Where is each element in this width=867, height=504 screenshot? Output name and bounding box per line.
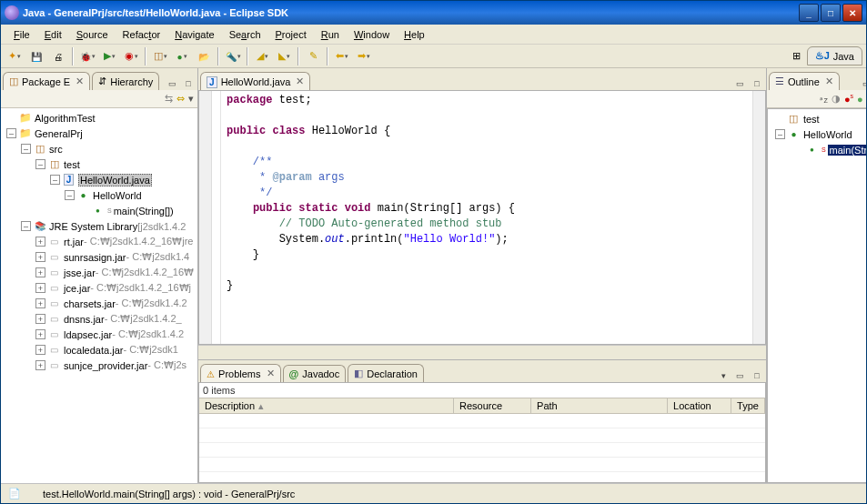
project-algorithmtest[interactable]: AlgorithmTest [35, 113, 96, 124]
tab-problems[interactable]: Problems ✕ [200, 364, 280, 382]
expand-icon[interactable]: – [21, 144, 31, 154]
forward-button[interactable]: ▾ [354, 46, 374, 66]
col-description[interactable]: Description ▴ [199, 398, 454, 413]
expand-icon[interactable]: – [6, 128, 16, 138]
menu-edit[interactable]: Edit [37, 27, 69, 42]
problems-table-body[interactable] [199, 414, 765, 482]
tab-package-explorer[interactable]: Package E ✕ [3, 72, 90, 90]
open-perspective-button[interactable]: ⊞ [787, 46, 807, 66]
jar-rt[interactable]: rt.jar [64, 237, 84, 247]
code-content[interactable]: package test; public class HelloWorld { … [221, 91, 752, 344]
jar-jsse[interactable]: jsse.jar [64, 267, 96, 278]
open-type-button[interactable] [194, 46, 214, 66]
jre-library[interactable]: JRE System Library [49, 221, 137, 232]
new-class-button[interactable]: ▾ [172, 46, 192, 66]
minimize-view-button[interactable]: ▭ [165, 77, 179, 90]
menu-refactor[interactable]: Refactor [116, 27, 168, 42]
expand-icon[interactable]: – [35, 159, 45, 169]
last-edit-button[interactable]: ✎ [303, 46, 323, 66]
menu-source[interactable]: Source [69, 27, 116, 42]
print-button[interactable] [48, 46, 68, 66]
expand-icon[interactable]: + [35, 252, 45, 262]
tab-javadoc[interactable]: Javadoc [283, 365, 347, 382]
outline-method-main[interactable]: main(String[]) [828, 145, 866, 156]
collapse-button[interactable]: ⇆ [165, 93, 173, 105]
menu-file[interactable]: File [6, 27, 37, 42]
expand-icon[interactable]: + [35, 345, 45, 355]
editor-gutter[interactable] [199, 91, 212, 344]
external-button[interactable]: ◉▾ [121, 46, 141, 66]
expand-icon[interactable]: + [35, 298, 45, 308]
link-button[interactable]: ⇔ [176, 93, 185, 105]
outline-tree[interactable]: test –HelloWorld Smain(String[]) [767, 108, 866, 483]
method-main[interactable]: main(String[]) [114, 206, 174, 217]
annotation-next-button[interactable]: ◣▾ [274, 46, 294, 66]
src-folder[interactable]: src [49, 144, 63, 155]
back-button[interactable]: ▾ [332, 46, 352, 66]
expand-icon[interactable]: – [775, 129, 785, 139]
file-helloworld[interactable]: HelloWorld.java [78, 174, 152, 186]
col-resource[interactable]: Resource [454, 398, 531, 413]
view-menu-button[interactable]: ▾ [717, 369, 731, 382]
maximize-button[interactable]: □ [821, 4, 841, 22]
maximize-editor-button[interactable]: □ [750, 77, 764, 90]
expand-icon[interactable]: + [35, 267, 45, 277]
minimize-view-button[interactable]: ▭ [733, 369, 748, 382]
folding-ruler[interactable] [212, 91, 221, 344]
close-icon[interactable]: ✕ [76, 76, 84, 87]
new-package-button[interactable]: ▾ [150, 46, 170, 66]
menu-window[interactable]: Window [347, 27, 397, 42]
outline-class[interactable]: HelloWorld [803, 129, 852, 140]
expand-icon[interactable]: + [35, 283, 45, 293]
sort-button[interactable] [820, 94, 828, 105]
search-button[interactable]: ▾ [223, 46, 243, 66]
titlebar[interactable]: Java - GeneralPrj/src/test/HelloWorld.ja… [1, 1, 866, 25]
code-editor[interactable]: package test; public class HelloWorld { … [198, 90, 766, 345]
expand-icon[interactable]: + [35, 329, 45, 339]
expand-icon[interactable]: + [35, 360, 45, 370]
hide-fields-button[interactable]: ◑ [832, 93, 841, 105]
close-icon[interactable]: ✕ [267, 368, 275, 379]
close-icon[interactable]: ✕ [825, 76, 833, 87]
class-helloworld[interactable]: HelloWorld [93, 190, 142, 201]
jar-dnsns[interactable]: dnsns.jar [64, 314, 105, 325]
maximize-view-button[interactable]: □ [181, 77, 196, 90]
menu-search[interactable]: Search [222, 27, 268, 42]
col-location[interactable]: Location [668, 398, 731, 413]
tab-declaration[interactable]: Declaration [348, 364, 424, 382]
expand-icon[interactable]: – [50, 175, 60, 185]
expand-icon[interactable]: – [21, 221, 31, 231]
editor-scrollbar[interactable] [198, 345, 766, 359]
tab-outline[interactable]: Outline ✕ [769, 72, 840, 90]
close-icon[interactable]: ✕ [296, 76, 304, 87]
expand-icon[interactable]: + [35, 237, 45, 247]
hide-static-button[interactable]: ●s [844, 93, 853, 105]
minimize-editor-button[interactable]: ▭ [733, 77, 748, 90]
maximize-view-button[interactable]: □ [750, 369, 764, 382]
editor-tab-helloworld[interactable]: HelloWorld.java ✕ [200, 72, 310, 90]
outline-package[interactable]: test [803, 114, 820, 125]
jar-locale[interactable]: localedata.jar [64, 345, 123, 356]
annotation-prev-button[interactable]: ◢▾ [252, 46, 272, 66]
tab-hierarchy[interactable]: ⇵ Hierarchy [92, 72, 159, 90]
overview-ruler[interactable] [752, 91, 765, 344]
minimize-view-button[interactable]: ▭ [860, 77, 866, 90]
jar-sunjce[interactable]: sunjce_provider.jar [64, 360, 147, 371]
view-menu-button[interactable]: ▾ [188, 93, 194, 105]
new-button[interactable]: ▾ [5, 46, 25, 66]
package-explorer-tree[interactable]: AlgorithmTest –GeneralPrj –src –test –He… [1, 108, 197, 483]
project-generalprj[interactable]: GeneralPrj [35, 128, 83, 139]
col-type[interactable]: Type [731, 398, 765, 413]
jar-jce[interactable]: jce.jar [64, 283, 90, 294]
jar-charsets[interactable]: charsets.jar [64, 298, 116, 309]
package-test[interactable]: test [64, 159, 80, 170]
menu-help[interactable]: Help [397, 27, 432, 42]
hide-nonpublic-button[interactable]: ● [857, 94, 863, 105]
close-button[interactable]: ✕ [842, 4, 862, 22]
menu-navigate[interactable]: Navigate [167, 27, 221, 42]
minimize-button[interactable]: _ [799, 4, 819, 22]
menu-run[interactable]: Run [314, 27, 347, 42]
jar-ldap[interactable]: ldapsec.jar [64, 329, 112, 340]
perspective-java[interactable]: ♨J Java [807, 46, 862, 66]
run-button[interactable]: ▾ [99, 46, 119, 66]
